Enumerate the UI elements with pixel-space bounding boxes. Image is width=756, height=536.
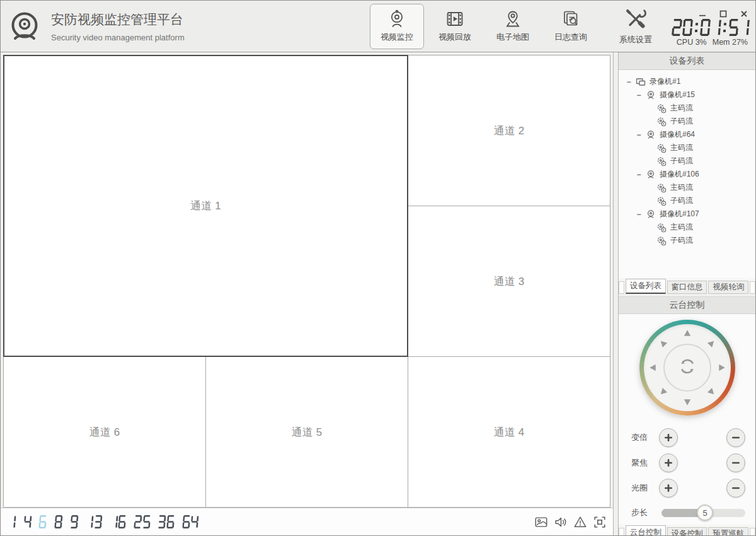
title-block: 安防视频监控管理平台 Security video management pla… — [51, 11, 185, 42]
step-slider[interactable]: 5 — [662, 509, 745, 517]
tree-node-主码流[interactable]: 主码流 — [619, 221, 755, 234]
video-grid: 通道 1通道 2通道 3通道 4通道 5通道 6 — [3, 55, 610, 508]
tree-node-摄像机#107[interactable]: −摄像机#107 — [619, 207, 755, 221]
tree-collapse-toggle[interactable]: − — [635, 170, 643, 179]
stream-icon — [656, 196, 667, 206]
video-cell-4[interactable]: 通道 4 — [408, 357, 610, 507]
tree-collapse-toggle[interactable]: − — [625, 78, 633, 86]
tab-预置巡航[interactable]: 预置巡航 — [708, 527, 748, 535]
document-search-icon — [561, 9, 580, 28]
toolbar-button-label: 视频回放 — [438, 32, 471, 43]
tree-node-子码流[interactable]: 子码流 — [619, 234, 755, 247]
ptz-光圈-minus-button[interactable] — [726, 479, 745, 498]
webcam-logo-icon — [7, 9, 42, 44]
channel-label: 通道 6 — [89, 425, 120, 440]
stream-icon — [656, 223, 667, 233]
volume-icon[interactable] — [554, 515, 568, 529]
system-stats: CPU 3% Mem 27% — [677, 38, 749, 47]
toolbar-button-label: 视频监控 — [381, 32, 413, 43]
ptz-arrow-right[interactable] — [718, 363, 726, 372]
stream-icon — [656, 183, 667, 193]
layout-option-25[interactable] — [134, 515, 150, 528]
ptz-arrow-down[interactable] — [683, 398, 692, 407]
tree-node-label: 子码流 — [670, 195, 693, 206]
tree-node-子码流[interactable]: 子码流 — [619, 154, 755, 168]
tree-node-主码流[interactable]: 主码流 — [619, 141, 755, 154]
tab-窗口信息[interactable]: 窗口信息 — [667, 281, 707, 294]
channel-label: 通道 3 — [494, 274, 524, 289]
stream-icon — [656, 103, 667, 114]
device-list-header: 设备列表 — [619, 52, 755, 70]
layout-option-9[interactable] — [71, 515, 78, 528]
video-cell-3[interactable]: 通道 3 — [408, 206, 610, 356]
layout-option-4[interactable] — [24, 515, 32, 528]
ptz-control-label: 聚焦 — [631, 457, 659, 469]
ptz-变倍-plus-button[interactable] — [659, 428, 678, 447]
tree-node-主码流[interactable]: 主码流 — [619, 102, 755, 115]
fullscreen-icon[interactable] — [593, 515, 607, 529]
tab-bar-right-stub — [750, 528, 755, 535]
alarm-icon[interactable] — [573, 515, 587, 529]
video-cell-2[interactable]: 通道 2 — [408, 55, 610, 206]
video-cell-5[interactable]: 通道 5 — [206, 357, 408, 507]
window-controls — [699, 9, 749, 16]
ptz-control-row-光圈: 光圈 — [619, 475, 755, 501]
panel-splitter[interactable] — [613, 52, 619, 535]
tab-视频轮询[interactable]: 视频轮询 — [708, 281, 748, 294]
tree-node-label: 子码流 — [670, 116, 693, 127]
ptz-光圈-plus-button[interactable] — [659, 479, 678, 498]
toolbar-button-视频监控[interactable]: 视频监控 — [370, 4, 424, 49]
tree-node-摄像机#15[interactable]: −摄像机#15 — [619, 88, 755, 102]
ptz-header: 云台控制 — [619, 296, 755, 314]
snapshot-icon[interactable] — [534, 515, 548, 529]
tree-node-label: 录像机#1 — [650, 76, 680, 87]
tree-collapse-toggle[interactable]: − — [635, 210, 643, 219]
ptz-joystick — [639, 320, 735, 416]
ptz-control-label: 光圈 — [631, 482, 659, 494]
maximize-button[interactable] — [719, 9, 727, 16]
device-tree: −录像机#1−摄像机#15主码流子码流−摄像机#64主码流子码流−摄像机#106… — [619, 70, 755, 278]
layout-option-8[interactable] — [55, 515, 62, 528]
toolbar-button-系统设置[interactable]: 系统设置 — [609, 4, 662, 49]
layout-option-64[interactable] — [183, 515, 198, 528]
ptz-变倍-minus-button[interactable] — [726, 428, 745, 447]
tree-node-label: 摄像机#64 — [660, 129, 695, 140]
tab-云台控制[interactable]: 云台控制 — [626, 525, 666, 535]
tree-node-子码流[interactable]: 子码流 — [619, 194, 755, 207]
layout-option-6[interactable] — [39, 515, 47, 528]
tree-collapse-toggle[interactable]: − — [635, 131, 643, 139]
video-cell-1[interactable]: 通道 1 — [4, 55, 408, 356]
tree-node-主码流[interactable]: 主码流 — [619, 181, 755, 194]
tree-node-label: 主码流 — [670, 222, 693, 233]
tree-node-摄像机#106[interactable]: −摄像机#106 — [619, 168, 755, 181]
ptz-arrow-up[interactable] — [683, 329, 692, 337]
close-button[interactable] — [740, 9, 748, 16]
toolbar-button-label: 系统设置 — [619, 34, 652, 45]
tab-设备控制[interactable]: 设备控制 — [667, 527, 707, 535]
toolbar-button-视频回放[interactable]: 视频回放 — [428, 4, 482, 49]
channel-label: 通道 2 — [494, 124, 524, 138]
tab-设备列表[interactable]: 设备列表 — [626, 279, 666, 294]
minimize-button[interactable] — [699, 9, 706, 16]
ptz-聚焦-plus-button[interactable] — [659, 453, 678, 472]
slider-thumb[interactable]: 5 — [697, 504, 713, 521]
video-cell-6[interactable]: 通道 6 — [4, 357, 205, 507]
camera-icon — [646, 209, 656, 219]
tree-node-子码流[interactable]: 子码流 — [619, 115, 755, 128]
toolbar-button-日志查询[interactable]: 日志查询 — [544, 4, 598, 49]
video-column: 通道 1通道 2通道 3通道 4通道 5通道 6 — [1, 52, 613, 535]
layout-option-16[interactable] — [110, 515, 126, 528]
layout-option-1[interactable] — [8, 515, 16, 528]
page-title: 安防视频监控管理平台 — [51, 11, 185, 28]
layout-option-36[interactable] — [158, 515, 174, 528]
tree-node-摄像机#64[interactable]: −摄像机#64 — [619, 128, 755, 141]
tree-node-录像机#1[interactable]: −录像机#1 — [619, 75, 755, 88]
ptz-auto-rotate-button[interactable] — [663, 344, 711, 392]
status-cluster: CPU 3% Mem 27% — [662, 6, 752, 47]
layout-option-13[interactable] — [86, 515, 101, 528]
stream-icon — [656, 143, 667, 153]
ptz-arrow-left[interactable] — [648, 363, 657, 372]
ptz-聚焦-minus-button[interactable] — [726, 453, 745, 472]
tree-collapse-toggle[interactable]: − — [635, 91, 643, 100]
toolbar-button-电子地图[interactable]: 电子地图 — [486, 4, 540, 49]
